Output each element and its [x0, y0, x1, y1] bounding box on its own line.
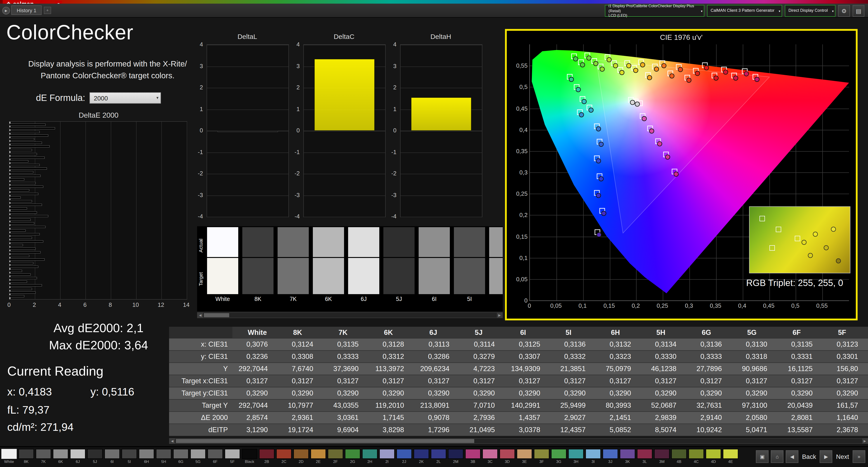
scroll-left-icon[interactable]: ◀	[169, 438, 175, 443]
tick-label: -4	[294, 213, 300, 220]
scrollbar-thumb[interactable]	[204, 313, 229, 317]
patch-tile[interactable]: 5H	[156, 449, 171, 464]
last-arrow-button[interactable]: »	[852, 450, 865, 463]
patch-tile[interactable]: 3D	[500, 449, 515, 464]
tick-label: 2	[393, 84, 397, 91]
swatch-label: 5I	[454, 294, 485, 304]
table-row-label: y: CIE31	[169, 351, 232, 363]
deltah-y-axis: 43210-1-2-3-4	[386, 45, 398, 216]
reading-fl: fL: 79,37	[7, 404, 50, 416]
patch-tile[interactable]: 2I	[379, 449, 395, 464]
scroll-right-icon[interactable]: ▶	[862, 438, 868, 443]
table-cell: 12,4357	[550, 424, 596, 436]
table-cell: 0,3318	[732, 351, 777, 363]
patch-tile[interactable]: 2L	[431, 449, 446, 464]
patch-tile[interactable]: 3E	[517, 449, 532, 464]
deltae-bar	[9, 142, 42, 144]
table-cell: 3,8298	[369, 424, 414, 436]
patch-tile[interactable]: 6F	[208, 449, 223, 464]
tick-label: -2	[391, 170, 397, 177]
table-cell: 0,3127	[732, 375, 777, 387]
next-arrow-button[interactable]: ▶	[819, 450, 832, 463]
back-arrow-button[interactable]: ◀	[786, 450, 798, 463]
scrollbar-thumb[interactable]	[176, 439, 474, 443]
settings-gear-button[interactable]: ⚙	[838, 5, 850, 17]
patch-tile[interactable]: 6K	[53, 449, 68, 464]
back-button[interactable]: Back	[801, 453, 817, 460]
patch-tile[interactable]: 6H	[139, 449, 154, 464]
patch-tile[interactable]: 3H	[568, 449, 584, 464]
grid-line	[207, 152, 288, 153]
patch-tile[interactable]: 2B	[259, 449, 274, 464]
patch-tile[interactable]: 2K	[414, 449, 429, 464]
patch-tile[interactable]: White	[1, 449, 17, 464]
patch-tile[interactable]: 3B	[465, 449, 480, 464]
history-tab[interactable]: History 1	[11, 5, 42, 15]
patch-tile[interactable]: 2D	[293, 449, 309, 464]
history-add-button[interactable]: +	[44, 7, 51, 14]
patch-tile[interactable]: 2F	[328, 449, 343, 464]
patch-tile[interactable]: 3J	[602, 449, 618, 464]
patch-tile[interactable]: Black	[242, 449, 257, 464]
patch-tile[interactable]: 3G	[551, 449, 566, 464]
patch-tile[interactable]: 2M	[448, 449, 463, 464]
patch-label: 3K	[620, 459, 635, 464]
display-control-dropdown[interactable]: Direct Display Control ▾	[785, 5, 835, 17]
deltae-bar	[9, 240, 43, 242]
table-scrollbar[interactable]: ◀ ▶	[169, 438, 868, 444]
patch-tile[interactable]: 2C	[276, 449, 291, 464]
tick-label: 0	[200, 127, 203, 134]
layout-button[interactable]: ▤	[852, 5, 864, 17]
source-dropdown[interactable]: CalMAN Client 3 Pattern Generator ▾	[707, 5, 782, 17]
patch-tile[interactable]: 6G	[173, 449, 188, 464]
patch-label: 8K	[19, 459, 34, 464]
patch-tile[interactable]: 3L	[637, 449, 652, 464]
patch-tile[interactable]: 6I	[104, 449, 120, 464]
home-button[interactable]: ⌂	[771, 450, 783, 463]
patch-tile[interactable]: 5J	[87, 449, 103, 464]
patch-tile[interactable]: 2G	[345, 449, 360, 464]
meter-dropdown[interactable]: i1 Display Pro/Calibrite ColorChecker Di…	[605, 5, 704, 17]
table-cell: 0,3127	[596, 375, 641, 387]
table-header-cell: 6H	[596, 327, 641, 339]
patch-tile[interactable]: 3I	[585, 449, 601, 464]
patch-tile[interactable]: 2H	[362, 449, 377, 464]
patch-tile[interactable]: 6J	[70, 449, 86, 464]
patch-tile[interactable]: 5G	[190, 449, 206, 464]
patch-label: 6I	[104, 459, 120, 464]
next-button[interactable]: Next	[835, 453, 850, 460]
patch-tile[interactable]: 5I	[122, 449, 137, 464]
table-cell: 97,3100	[732, 400, 777, 412]
table-cell: 0,3123	[823, 339, 868, 351]
actual-swatch	[418, 227, 450, 257]
patch-tile[interactable]: 4D	[706, 449, 721, 464]
layout-grid-button[interactable]: ▣	[756, 450, 769, 463]
patch-tile[interactable]: 2J	[397, 449, 412, 464]
patch-color	[431, 449, 446, 459]
patch-tile[interactable]: 8K	[19, 449, 34, 464]
swatch-compare-scrollbar[interactable]: ◀ ▶	[197, 312, 503, 318]
scroll-left-icon[interactable]: ◀	[197, 313, 203, 318]
measured-circle	[630, 100, 635, 105]
patch-tile[interactable]: 5F	[225, 449, 240, 464]
deltae-bar	[9, 259, 44, 261]
patch-tile[interactable]: 3F	[534, 449, 549, 464]
patch-color	[706, 449, 721, 459]
table-cell: 2,7936	[459, 412, 505, 424]
patch-tile[interactable]: 4C	[688, 449, 704, 464]
history-play-button[interactable]: ▶	[2, 7, 10, 14]
patch-tile[interactable]: 3M	[654, 449, 670, 464]
patch-tile[interactable]: 3C	[483, 449, 498, 464]
patch-color	[225, 449, 240, 459]
scroll-right-icon[interactable]: ▶	[497, 313, 502, 318]
patch-tile[interactable]: 4B	[671, 449, 687, 464]
tick-label: 0,1	[520, 254, 528, 261]
patch-tile[interactable]: 4E	[723, 449, 738, 464]
de-formula-select[interactable]: 2000 ▾	[90, 92, 161, 104]
patch-tile[interactable]: 3K	[620, 449, 635, 464]
table-cell: 0,3290	[686, 387, 732, 400]
measured-circle	[755, 77, 759, 82]
patch-tile[interactable]: 7K	[36, 449, 51, 464]
patch-label: 7K	[36, 459, 51, 464]
patch-tile[interactable]: 2E	[311, 449, 326, 464]
